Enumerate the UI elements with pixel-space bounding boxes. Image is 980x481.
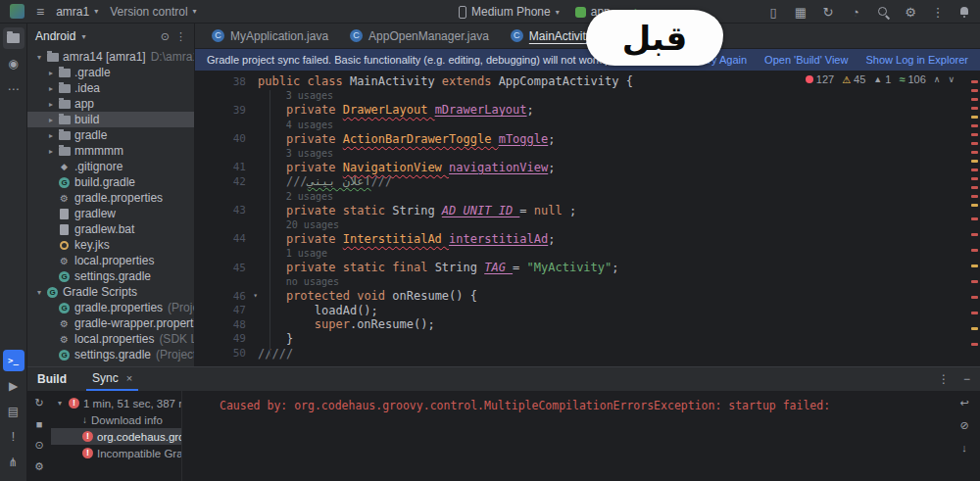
main-menu-icon[interactable]: ≡ — [36, 4, 44, 20]
inlay-hint-row[interactable]: 3 usages — [195, 146, 980, 161]
tree-expander[interactable]: ▸ — [45, 100, 57, 109]
line-number[interactable]: 42 — [195, 175, 258, 188]
line-number[interactable]: 38 — [195, 75, 258, 88]
commit-icon[interactable]: ◉ — [3, 53, 24, 74]
locate-icon[interactable]: ⊙ — [161, 30, 170, 43]
project-icon[interactable] — [3, 27, 24, 49]
tree-row[interactable]: ⚙gradle-wrapper.properties(Gradle Versio… — [27, 315, 194, 331]
tree-expander[interactable]: ▸ — [45, 116, 57, 124]
build-output[interactable]: Caused by: org.codehaus.groovy.control.M… — [182, 391, 980, 481]
code-line[interactable]: 49 } — [195, 332, 980, 347]
build-tree-row[interactable]: ▾!1 min, 51 sec, 387 ms — [51, 395, 181, 411]
tree-expander[interactable]: ▾ — [33, 288, 45, 297]
more-options-icon[interactable]: ⋮ — [175, 30, 186, 43]
tree-row[interactable]: ▾GGradle Scripts — [27, 284, 194, 300]
code-line[interactable]: 50///// — [195, 346, 980, 361]
line-number[interactable]: 45 — [195, 262, 258, 274]
device-manager-icon[interactable]: ▯ — [766, 4, 780, 20]
inspection-warning[interactable]: ⚠45 — [842, 73, 865, 85]
inspection-typo[interactable]: ≈106 — [899, 73, 925, 85]
tree-row[interactable]: Gsettings.gradle(Project Settings) — [27, 347, 194, 362]
code-line[interactable]: 41 private NavigationView navigationView… — [195, 161, 980, 175]
tree-row[interactable]: ▸app — [27, 96, 194, 112]
line-number[interactable]: 49 — [195, 332, 258, 345]
chevron-up-icon[interactable]: ∧ — [934, 74, 941, 84]
gradle-sync-icon[interactable]: ↻ — [821, 4, 835, 20]
tree-expander[interactable]: ▸ — [45, 131, 57, 140]
hide-icon[interactable]: − — [963, 372, 970, 386]
tree-row[interactable]: ⚙local.properties(SDK Location) — [27, 331, 194, 347]
tree-row[interactable]: ▸mmmmm — [27, 143, 194, 159]
profiler-icon[interactable]: ◔ — [849, 4, 862, 20]
logcat-icon[interactable]: ▤ — [3, 401, 24, 422]
chevron-down-icon[interactable]: ∨ — [948, 74, 955, 84]
code-line[interactable]: 39 private DrawerLayout mDrawerLayout; — [195, 103, 980, 118]
settings-icon[interactable]: ⚙ — [33, 460, 45, 473]
settings-icon[interactable]: ⚙ — [904, 4, 917, 20]
search-icon[interactable] — [876, 5, 890, 19]
pin-icon[interactable]: ⊙ — [33, 439, 45, 452]
tree-row[interactable]: ▸.gradle — [27, 65, 194, 80]
inlay-hint-row[interactable]: 20 usages — [195, 217, 980, 232]
rerun-icon[interactable]: ↻ — [33, 397, 45, 409]
fold-icon[interactable]: ▾ — [253, 291, 258, 300]
clear-icon[interactable]: ⊘ — [958, 419, 970, 432]
tree-expander[interactable]: ▸ — [45, 84, 57, 93]
more-tools-icon[interactable]: ⋯ — [3, 78, 24, 100]
inspection-error[interactable]: 127 — [806, 73, 834, 85]
tree-expander[interactable]: ▸ — [45, 69, 57, 77]
layout-inspector-icon[interactable]: ▦ — [794, 4, 808, 20]
tree-row[interactable]: ⚙local.properties — [27, 253, 194, 268]
banner-action-link[interactable]: Open 'Build' View — [764, 54, 848, 66]
code-line[interactable]: 47 loadAd(); — [195, 304, 980, 318]
code-line[interactable]: 40 private ActionBarDrawerToggle mToggle… — [195, 131, 980, 146]
editor-tab[interactable]: CMyApplication.java — [201, 24, 339, 48]
tree-row[interactable]: ▸.idea — [27, 80, 194, 96]
tree-row[interactable]: gradlew.bat — [27, 221, 194, 237]
line-number[interactable]: 44 — [195, 232, 258, 245]
device-selector[interactable]: Medium Phone ▾ — [459, 5, 560, 19]
code-line[interactable]: 45 private static final String TAG = "My… — [195, 261, 980, 275]
tree-expander[interactable]: ▾ — [33, 53, 45, 62]
line-number[interactable]: 40 — [195, 132, 258, 145]
line-number[interactable]: 39 — [195, 104, 258, 117]
line-number[interactable]: 46▾ — [195, 290, 258, 303]
code-line[interactable]: 43 private static String AD_UNIT_ID = nu… — [195, 203, 980, 217]
line-number[interactable]: 43 — [195, 204, 258, 216]
code-line[interactable]: 42 ///اعلان بيني/// — [195, 174, 980, 189]
tree-row[interactable]: Ggradle.properties(Project Properties) — [27, 300, 194, 315]
line-number[interactable]: 48 — [195, 318, 258, 331]
build-tree-row[interactable]: ↓Download info — [51, 411, 181, 428]
editor-tab[interactable]: CAppOpenManager.java — [339, 24, 500, 48]
more-icon[interactable]: ⋮ — [938, 372, 950, 386]
line-number[interactable]: 50 — [195, 347, 258, 360]
code-editor[interactable]: 38public class MainActivity extends AppC… — [195, 71, 980, 366]
problems-icon[interactable]: ! — [3, 426, 24, 448]
code-line[interactable]: 48 super.onResume(); — [195, 317, 980, 332]
code-line[interactable]: 44 private InterstitialAd interstitialAd… — [195, 232, 980, 247]
tree-row[interactable]: ▸build — [27, 112, 194, 127]
notifications-icon[interactable] — [958, 6, 972, 19]
line-number[interactable]: 47 — [195, 304, 258, 316]
version-control-icon[interactable]: ⋔ — [3, 452, 24, 473]
more-actions-icon[interactable]: ⋮ — [931, 4, 945, 20]
build-tree-row[interactable]: !Incompatible Gradle — [51, 445, 181, 461]
build-tab-sync[interactable]: Sync × — [86, 367, 138, 391]
inlay-hint-row[interactable]: no usages — [195, 274, 980, 289]
line-number[interactable]: 41 — [195, 161, 258, 173]
project-view-mode[interactable]: Android — [35, 29, 75, 43]
tree-row[interactable]: Gbuild.gradle — [27, 174, 194, 190]
tree-row[interactable]: gradlew — [27, 206, 194, 221]
tree-row[interactable]: Gsettings.gradle — [27, 268, 194, 284]
inlay-hint-row[interactable]: 3 usages — [195, 89, 980, 104]
tree-row[interactable]: ▾amra14 [amra1]D:\amra14 — [27, 49, 194, 65]
chevron-down-icon[interactable]: ▾ — [81, 32, 85, 41]
inspection-weak[interactable]: ▲1 — [873, 73, 891, 85]
tree-row[interactable]: ⚙gradle.properties — [27, 190, 194, 206]
soft-wrap-icon[interactable]: ↩ — [958, 397, 970, 409]
build-icon[interactable]: >_ — [3, 350, 24, 371]
tree-row[interactable]: ◆.gitignore — [27, 159, 194, 174]
inlay-hint-row[interactable]: 1 usage — [195, 246, 980, 261]
run-icon[interactable]: ▶ — [3, 375, 24, 397]
code-line[interactable]: 46▾ protected void onResume() { — [195, 289, 980, 304]
